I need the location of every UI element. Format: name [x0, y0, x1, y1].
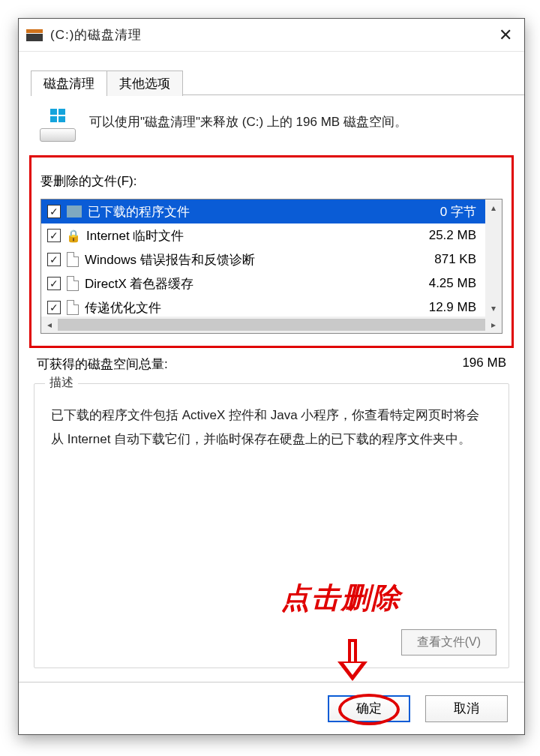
checkbox[interactable]: ✓ [47, 205, 61, 218]
content-area: 可以使用"磁盘清理"来释放 (C:) 上的 196 MB 磁盘空间。 要删除的文… [19, 95, 524, 676]
checkbox[interactable]: ✓ [47, 229, 61, 242]
footer: 确定 取消 [19, 682, 524, 734]
list-item[interactable]: ✓传递优化文件12.9 MB [41, 296, 485, 316]
doc-icon [67, 300, 79, 315]
cancel-button[interactable]: 取消 [425, 695, 508, 722]
titlebar: (C:)的磁盘清理 ✕ [19, 19, 524, 52]
ok-button[interactable]: 确定 [328, 695, 410, 722]
tab-strip: 磁盘清理 其他选项 [19, 52, 524, 95]
window-title: (C:)的磁盘清理 [50, 26, 142, 44]
intro-row: 可以使用"磁盘清理"来释放 (C:) 上的 196 MB 磁盘空间。 [34, 106, 509, 155]
list-item-size: 12.9 MB [409, 300, 476, 315]
close-icon[interactable]: ✕ [487, 19, 524, 52]
total-space-row: 可获得的磁盘空间总量: 196 MB [34, 356, 509, 383]
total-space-value: 196 MB [462, 356, 506, 373]
list-item-label: 传递优化文件 [85, 299, 403, 316]
description-text: 已下载的程序文件包括 ActiveX 控件和 Java 小程序，你查看特定网页时… [51, 404, 492, 452]
intro-text: 可以使用"磁盘清理"来释放 (C:) 上的 196 MB 磁盘空间。 [89, 109, 407, 130]
list-item-size: 871 KB [409, 252, 476, 267]
list-item-label: Internet 临时文件 [86, 227, 403, 244]
files-to-delete-label: 要删除的文件(F): [40, 172, 502, 190]
scroll-right-icon[interactable]: ▸ [485, 316, 502, 333]
dialog-window: (C:)的磁盘清理 ✕ 磁盘清理 其他选项 可以使用"磁盘清理"来释放 (C:)… [18, 18, 525, 735]
horizontal-scrollbar[interactable]: ◂ ▸ [41, 316, 502, 333]
list-item[interactable]: ✓DirectX 着色器缓存4.25 MB [41, 272, 485, 296]
folder-icon [67, 206, 82, 218]
list-item-size: 4.25 MB [409, 276, 476, 291]
tab-disk-cleanup[interactable]: 磁盘清理 [31, 70, 107, 96]
doc-icon [67, 252, 79, 267]
description-group: 描述 已下载的程序文件包括 ActiveX 控件和 Java 小程序，你查看特定… [34, 383, 509, 668]
list-item[interactable]: ✓Internet 临时文件25.2 MB [41, 224, 485, 248]
drive-icon [26, 29, 43, 41]
disk-cleanup-icon [40, 109, 76, 142]
view-files-button[interactable]: 查看文件(V) [401, 629, 496, 656]
scroll-up-icon[interactable]: ▴ [485, 200, 502, 216]
checkbox[interactable]: ✓ [47, 277, 61, 290]
ok-button-label: 确定 [356, 700, 382, 717]
annotation-text: 点击删除 [281, 579, 401, 617]
tab-other-options[interactable]: 其他选项 [107, 70, 183, 96]
scroll-left-icon[interactable]: ◂ [41, 316, 58, 333]
checkbox[interactable]: ✓ [47, 253, 61, 266]
lock-icon [67, 227, 80, 244]
list-item[interactable]: ✓Windows 错误报告和反馈诊断871 KB [41, 248, 485, 272]
annotation-arrow-icon [338, 639, 368, 684]
annotation-highlight-box: 要删除的文件(F): ✓已下载的程序文件0 字节✓Internet 临时文件25… [29, 155, 514, 348]
description-legend: 描述 [45, 375, 78, 391]
scroll-down-icon[interactable]: ▾ [485, 300, 502, 316]
list-item-size: 0 字节 [409, 203, 476, 220]
list-item-label: 已下载的程序文件 [88, 203, 403, 220]
list-item[interactable]: ✓已下载的程序文件0 字节 [41, 200, 485, 224]
list-item-label: DirectX 着色器缓存 [85, 275, 403, 292]
list-item-label: Windows 错误报告和反馈诊断 [85, 251, 403, 268]
total-space-label: 可获得的磁盘空间总量: [37, 356, 168, 373]
checkbox[interactable]: ✓ [47, 301, 61, 314]
file-list[interactable]: ✓已下载的程序文件0 字节✓Internet 临时文件25.2 MB✓Windo… [40, 199, 502, 334]
vertical-scrollbar[interactable]: ▴ ▾ [485, 200, 502, 316]
cancel-button-label: 取消 [454, 700, 479, 717]
doc-icon [67, 276, 79, 291]
list-item-size: 25.2 MB [409, 228, 476, 243]
